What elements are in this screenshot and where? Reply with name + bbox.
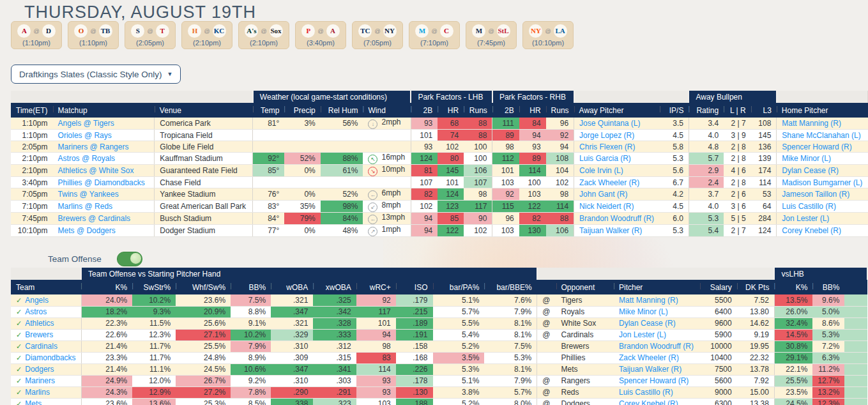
column-header-l3[interactable]: L3 bbox=[751, 103, 777, 118]
pitcher-link[interactable]: Taijuan Walker (R) bbox=[619, 365, 681, 374]
column-header-xwoba[interactable]: xwOBA bbox=[313, 280, 356, 294]
home-p-link[interactable]: Madison Bumgarner (L) bbox=[782, 178, 862, 187]
team-offense-toggle[interactable] bbox=[117, 252, 142, 266]
matchup-link[interactable]: Phillies @ Diamondbacks bbox=[58, 178, 145, 187]
column-header-lr[interactable]: L | R bbox=[724, 103, 751, 118]
away-p-link[interactable]: Chris Flexen (R) bbox=[579, 142, 635, 151]
away-p-link[interactable]: John Gant (R) bbox=[579, 190, 627, 199]
column-header-time[interactable]: Time(ET) bbox=[11, 103, 53, 118]
column-header-relhum[interactable]: Rel Hum bbox=[321, 103, 363, 118]
pitcher-link[interactable]: Corey Knebel (R) bbox=[619, 399, 678, 405]
game-chip-phillies-diamondbacks[interactable]: P@A(3:40pm) bbox=[295, 21, 346, 49]
matchup-link[interactable]: Angels @ Tigers bbox=[58, 119, 114, 128]
away-p-link[interactable]: Brandon Woodruff (R) bbox=[579, 214, 654, 223]
pitcher-link[interactable]: Mike Minor (L) bbox=[619, 307, 668, 316]
pitcher-link[interactable]: Matt Manning (R) bbox=[619, 296, 678, 305]
home-p-link[interactable]: Jon Lester (L) bbox=[782, 214, 829, 223]
away-p-link[interactable]: Cole Irvin (L) bbox=[579, 166, 623, 175]
column-header-iso[interactable]: ISO bbox=[396, 280, 433, 294]
cell-woba: .329 bbox=[271, 329, 313, 340]
pitcher-link[interactable]: Brandon Woodruff (R) bbox=[619, 342, 694, 351]
pitcher-link[interactable]: Spencer Howard (R) bbox=[619, 376, 689, 385]
column-header-precip[interactable]: Precip bbox=[284, 103, 320, 118]
column-header-bb2[interactable]: BB% bbox=[812, 280, 844, 294]
cell-salary: 10000 bbox=[700, 340, 737, 352]
column-header-team[interactable]: Team bbox=[11, 280, 81, 294]
home-p-link[interactable]: Corey Knebel (R) bbox=[782, 226, 841, 235]
away-p-link[interactable]: Nick Neidert (R) bbox=[579, 202, 634, 211]
home-p-link[interactable]: Dylan Cease (R) bbox=[782, 166, 839, 175]
column-header-pitcher[interactable]: Pitcher bbox=[614, 280, 700, 294]
away-p-link[interactable]: Taijuan Walker (R) bbox=[579, 226, 642, 235]
column-header-rhr[interactable]: HR bbox=[519, 103, 546, 118]
matchup-link[interactable]: Mets @ Dodgers bbox=[58, 226, 116, 235]
game-chip-twins-yankees[interactable]: TC@NY(7:05pm) bbox=[352, 21, 403, 49]
column-header-rating[interactable]: Rating bbox=[689, 103, 724, 118]
slates-dropdown[interactable]: Draftkings Slates (Classic Style Only) ▼ bbox=[11, 65, 181, 84]
pitcher-link[interactable]: Luis Castillo (R) bbox=[619, 388, 673, 397]
column-header-wind[interactable]: Wind bbox=[363, 103, 411, 118]
team-link[interactable]: Astros bbox=[25, 307, 47, 316]
column-header-lruns[interactable]: Runs bbox=[464, 103, 492, 118]
game-chip-angels-tigers[interactable]: A@D(1:10pm) bbox=[11, 21, 62, 49]
game-chip-brewers-cardinals[interactable]: M@StL(7:45pm) bbox=[466, 21, 517, 49]
pitcher-link[interactable]: Jon Lester (L) bbox=[619, 330, 666, 339]
column-header-l2b[interactable]: 2B bbox=[411, 103, 438, 118]
column-header-lhr[interactable]: HR bbox=[438, 103, 464, 118]
column-header-ips[interactable]: IP/S bbox=[660, 103, 689, 118]
team-link[interactable]: Athletics bbox=[25, 319, 54, 328]
column-header-salary[interactable]: Salary bbox=[700, 280, 737, 294]
game-chip-orioles-rays[interactable]: O@TB(1:10pm) bbox=[68, 21, 119, 49]
column-header-opp[interactable]: Opponent bbox=[556, 280, 614, 294]
team-link[interactable]: Diamondbacks bbox=[25, 353, 75, 362]
home-p-link[interactable]: Mike Minor (L) bbox=[782, 154, 831, 163]
column-header-bb1[interactable]: BB% bbox=[231, 280, 271, 294]
team-link[interactable]: Mariners bbox=[25, 376, 55, 385]
column-header-k2[interactable]: K% bbox=[774, 280, 812, 294]
home-p-link[interactable]: Luis Castillo (R) bbox=[782, 202, 836, 211]
team-link[interactable]: Marlins bbox=[25, 388, 50, 397]
home-p-link[interactable]: Jameson Taillon (R) bbox=[782, 190, 849, 199]
team-link[interactable]: Mets bbox=[25, 399, 42, 405]
matchup-link[interactable]: Mariners @ Rangers bbox=[58, 142, 129, 151]
team-link[interactable]: Dodgers bbox=[25, 365, 54, 374]
home-p-link[interactable]: Spencer Howard (R) bbox=[782, 142, 851, 151]
game-chip-athletics-whitesox[interactable]: A's@Sox(2:10pm) bbox=[238, 21, 289, 49]
column-header-r2b[interactable]: 2B bbox=[492, 103, 519, 118]
column-header-away_p[interactable]: Away Pitcher bbox=[574, 103, 660, 118]
game-chip-marlins-reds[interactable]: M@C(7:10pm) bbox=[409, 21, 460, 49]
column-header-k1[interactable]: K% bbox=[81, 280, 132, 294]
away-p-link[interactable]: Jose Quintana (L) bbox=[579, 119, 640, 128]
team-link[interactable]: Brewers bbox=[25, 330, 53, 339]
column-header-woba[interactable]: wOBA bbox=[271, 280, 313, 294]
column-header-barpa[interactable]: bar/PA% bbox=[433, 280, 485, 294]
away-p-link[interactable]: Zack Wheeler (R) bbox=[579, 178, 639, 187]
game-chip-mariners-rangers[interactable]: S@T(2:05pm) bbox=[125, 21, 176, 49]
column-header-wrc[interactable]: wRC+ bbox=[356, 280, 396, 294]
column-header-barbbe[interactable]: bar/BBE% bbox=[484, 280, 537, 294]
home-p-link[interactable]: Matt Manning (R) bbox=[782, 119, 841, 128]
column-header-venue[interactable]: Venue bbox=[155, 103, 253, 118]
away-p-link[interactable]: Luis Garcia (R) bbox=[579, 154, 631, 163]
matchup-link[interactable]: Marlins @ Reds bbox=[58, 202, 113, 211]
matchup-link[interactable]: Astros @ Royals bbox=[58, 154, 116, 163]
matchup-link[interactable]: Brewers @ Cardinals bbox=[58, 214, 131, 223]
pitcher-link[interactable]: Dylan Cease (R) bbox=[619, 319, 676, 328]
team-link[interactable]: Cardinals bbox=[25, 342, 57, 351]
matchup-link[interactable]: Athletics @ White Sox bbox=[58, 166, 134, 175]
pitcher-link[interactable]: Zack Wheeler (R) bbox=[619, 353, 679, 362]
column-header-matchup[interactable]: Matchup bbox=[53, 103, 155, 118]
team-link[interactable]: Angels bbox=[25, 296, 49, 305]
home-p-link[interactable]: Shane McClanahan (L) bbox=[782, 131, 860, 140]
column-header-dkpts[interactable]: DK Pts bbox=[737, 280, 775, 294]
game-chip-astros-royals[interactable]: H@KC(2:10pm) bbox=[181, 21, 232, 49]
away-p-link[interactable]: Jorge Lopez (R) bbox=[579, 131, 634, 140]
column-header-swstr[interactable]: SwStr% bbox=[132, 280, 176, 294]
game-chip-mets-dodgers[interactable]: NY@LA(10:10pm) bbox=[522, 21, 574, 49]
matchup-link[interactable]: Twins @ Yankees bbox=[58, 190, 119, 199]
column-header-whf[interactable]: Whf/Sw% bbox=[176, 280, 231, 294]
column-header-home_p[interactable]: Home Pitcher bbox=[777, 103, 868, 118]
column-header-rruns[interactable]: Runs bbox=[546, 103, 574, 118]
matchup-link[interactable]: Orioles @ Rays bbox=[58, 131, 112, 140]
column-header-temp[interactable]: Temp bbox=[253, 103, 284, 118]
